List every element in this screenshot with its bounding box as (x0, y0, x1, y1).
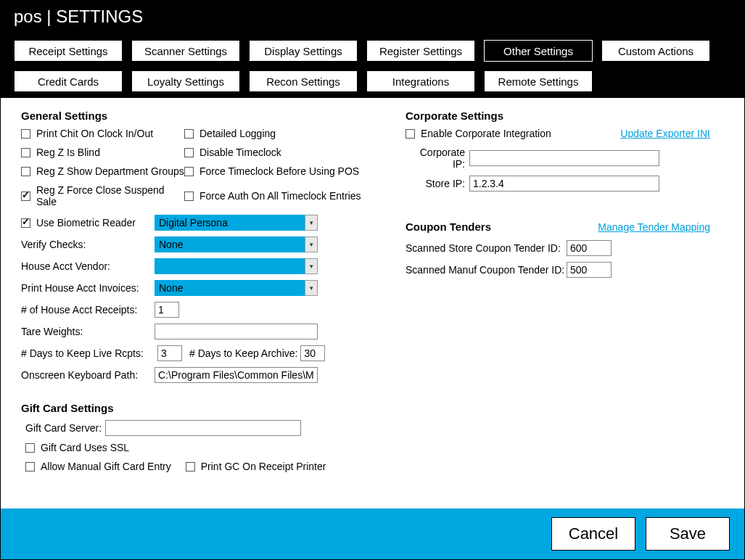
checkbox-regz-blind[interactable] (21, 148, 30, 157)
label-allow-manual-gc: Allow Manual Gift Card Entry (41, 461, 171, 472)
tab-receipt-settings[interactable]: Receipt Settings (14, 40, 123, 62)
tab-recon-settings[interactable]: Recon Settings (249, 70, 358, 92)
label-store-coupon-id: Scanned Store Coupon Tender ID: (406, 242, 567, 254)
coupon-tenders-title: Coupon Tenders (406, 221, 491, 233)
window-title-bar: pos | SETTINGS (1, 1, 744, 33)
checkbox-enable-corporate[interactable] (406, 129, 415, 139)
save-button[interactable]: Save (646, 517, 730, 551)
label-print-chit: Print Chit On Clock In/Out (36, 128, 153, 139)
label-print-gc: Print GC On Receipt Printer (201, 461, 326, 472)
label-onscreen-keyboard: Onscreen Keyboard Path: (21, 369, 155, 381)
input-corporate-ip[interactable] (469, 150, 659, 166)
checkbox-disable-timeclock[interactable] (184, 148, 194, 157)
input-gift-card-server[interactable] (105, 420, 301, 436)
select-house-vendor[interactable]: ▾ (155, 258, 318, 274)
select-biometric-value: Digital Persona (155, 215, 305, 231)
checkbox-use-biometric[interactable] (21, 218, 30, 228)
tab-loyalty-settings[interactable]: Loyalty Settings (131, 70, 240, 92)
input-days-archive[interactable] (300, 345, 325, 361)
label-gift-card-server: Gift Card Server: (25, 422, 105, 434)
checkbox-regz-dept[interactable] (21, 167, 30, 176)
chevron-down-icon: ▾ (305, 280, 318, 296)
select-biometric-reader[interactable]: Digital Persona ▾ (155, 215, 318, 231)
gift-card-settings-title: Gift Card Settings (21, 402, 384, 414)
tab-register-settings[interactable]: Register Settings (366, 40, 475, 62)
select-house-vendor-value (155, 258, 305, 274)
select-print-house[interactable]: None ▾ (155, 280, 318, 296)
label-house-vendor: House Acct Vendor: (21, 260, 155, 272)
label-detailed-logging: Detailed Logging (199, 128, 276, 139)
chevron-down-icon: ▾ (305, 215, 318, 231)
tab-integrations[interactable]: Integrations (366, 70, 475, 92)
input-tare-weights[interactable] (155, 324, 318, 339)
label-print-house: Print House Acct Invoices: (21, 282, 155, 294)
label-use-biometric: Use Biometric Reader (36, 217, 136, 228)
cancel-button[interactable]: Cancel (551, 517, 635, 551)
checkbox-print-chit[interactable] (21, 129, 30, 139)
tab-display-settings[interactable]: Display Settings (249, 40, 358, 62)
label-regz-force-close: Reg Z Force Close Suspend Sale (36, 184, 184, 207)
corporate-settings-title: Corporate Settings (406, 110, 710, 122)
checkbox-gift-card-ssl[interactable] (25, 443, 35, 453)
link-update-exporter-ini[interactable]: Update Exporter INI (620, 128, 710, 139)
label-corporate-ip: Corporate IP: (406, 147, 465, 170)
select-verify-checks-value: None (155, 236, 305, 252)
tab-remote-settings[interactable]: Remote Settings (484, 70, 593, 92)
checkbox-print-gc[interactable] (186, 462, 195, 472)
tab-credit-cards[interactable]: Credit Cards (14, 70, 123, 92)
window-title: pos | SETTINGS (14, 7, 143, 27)
checkbox-detailed-logging[interactable] (184, 129, 194, 139)
checkbox-allow-manual-gc[interactable] (25, 462, 35, 472)
label-regz-blind: Reg Z Is Blind (36, 147, 100, 158)
input-store-ip[interactable] (469, 176, 659, 192)
checkbox-regz-force-close[interactable] (21, 192, 30, 201)
label-days-archive: # Days to Keep Archive: (189, 347, 297, 359)
general-settings-title: General Settings (21, 110, 384, 122)
label-store-ip: Store IP: (406, 178, 465, 189)
label-regz-dept: Reg Z Show Department Groups (36, 165, 184, 177)
footer-bar: Cancel Save (1, 508, 744, 559)
label-verify-checks: Verify Checks: (21, 239, 155, 250)
tab-other-settings[interactable]: Other Settings (484, 40, 593, 62)
checkbox-force-timeclock[interactable] (184, 167, 194, 176)
label-force-auth: Force Auth On All Timeclock Entries (199, 190, 361, 202)
tab-scanner-settings[interactable]: Scanner Settings (131, 40, 240, 62)
label-enable-corporate: Enable Corporate Integration (421, 128, 551, 139)
checkbox-force-auth[interactable] (184, 192, 194, 201)
chevron-down-icon: ▾ (305, 258, 318, 274)
chevron-down-icon: ▾ (305, 236, 318, 252)
label-manuf-coupon-id: Scanned Manuf Coupon Tender ID: (406, 264, 567, 276)
input-store-coupon-id[interactable] (567, 240, 612, 256)
label-force-timeclock: Force Timeclock Before Using POS (199, 165, 359, 177)
input-manuf-coupon-id[interactable] (567, 262, 612, 278)
link-manage-tender-mapping[interactable]: Manage Tender Mapping (598, 221, 710, 233)
input-days-live[interactable] (157, 345, 182, 361)
select-print-house-value: None (155, 280, 305, 296)
label-disable-timeclock: Disable Timeclock (199, 147, 281, 158)
select-verify-checks[interactable]: None ▾ (155, 236, 318, 252)
label-gift-card-ssl: Gift Card Uses SSL (41, 442, 129, 453)
label-days-live: # Days to Keep Live Rcpts: (21, 347, 155, 359)
label-num-receipts: # of House Acct Receipts: (21, 304, 155, 316)
input-num-receipts[interactable] (155, 302, 179, 318)
tab-custom-actions[interactable]: Custom Actions (601, 40, 710, 62)
label-tare-weights: Tare Weights: (21, 326, 155, 337)
tabs-row-1: Receipt Settings Scanner Settings Displa… (1, 33, 744, 98)
input-onscreen-keyboard[interactable] (155, 367, 318, 383)
